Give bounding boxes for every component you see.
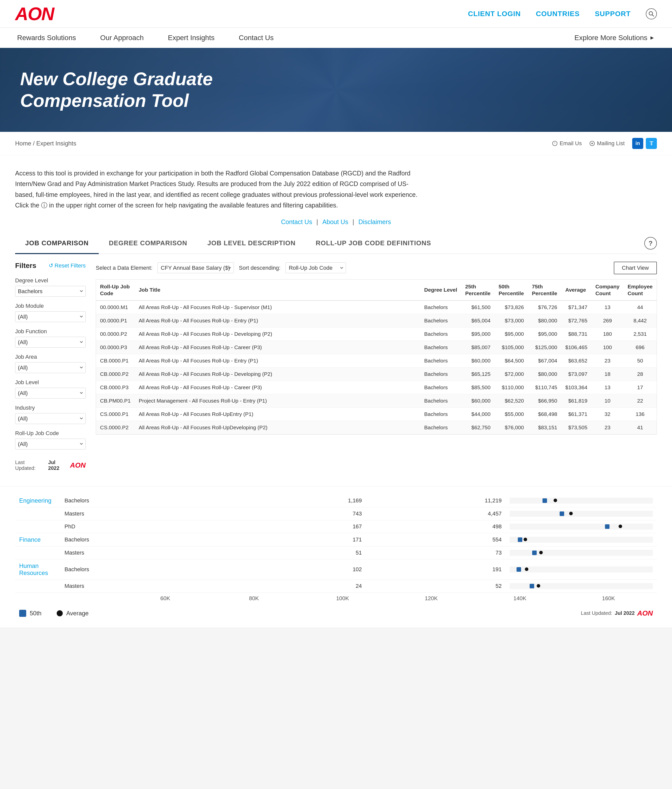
rollup-code-select[interactable]: (All)	[15, 439, 86, 449]
data-table-wrapper: Roll-Up JobCode Job Title Degree Level 2…	[96, 279, 657, 435]
cell-p50: $73,826	[495, 300, 528, 314]
chart-view-button[interactable]: Chart View	[614, 262, 657, 274]
job-name-cell: Human Resources	[15, 559, 61, 580]
chevron-right-icon: ►	[649, 35, 655, 41]
th-rollup-code: Roll-Up JobCode	[96, 280, 135, 301]
mailing-list-action[interactable]: Mailing List	[589, 140, 625, 147]
employees-cell: 73	[366, 546, 506, 559]
breadcrumb-bar: Home / Expert Insights Email Us Mailing …	[0, 132, 672, 155]
about-us-link[interactable]: About Us	[322, 218, 348, 225]
cell-avg: $103,364	[561, 381, 592, 394]
job-link[interactable]: Finance	[19, 536, 41, 543]
bar-50th	[518, 537, 522, 542]
support-link[interactable]: SUPPORT	[595, 10, 631, 18]
cell-p50: $76,000	[495, 421, 528, 434]
top-search-button[interactable]	[646, 8, 657, 19]
cell-degree: Bachelors	[420, 381, 461, 394]
cell-title: All Areas Roll-Up - All Focuses Roll-UpE…	[135, 407, 420, 421]
tab-job-comparison[interactable]: JOB COMPARISON	[15, 233, 99, 254]
top-navigation: CLIENT LOGIN COUNTRIES SUPPORT	[468, 8, 657, 19]
cell-title: All Areas Roll-Up - All Focuses Roll-Up …	[135, 381, 420, 394]
degree-last-updated: Last Updated: Jul 2022 AON	[581, 609, 653, 617]
reset-filters-button[interactable]: ↺ Reset Filters	[49, 262, 86, 269]
nav-expert-insights[interactable]: Expert Insights	[166, 34, 217, 42]
degree-comparison-section: Engineering Bachelors 1,169 11,219 Maste…	[0, 486, 672, 628]
cell-title: All Areas Roll-Up - All Focuses Roll-Up …	[135, 327, 420, 341]
cell-degree: Bachelors	[420, 407, 461, 421]
cell-p75: $67,004	[528, 354, 561, 367]
data-element-select[interactable]: CFY Annual Base Salary ($)	[158, 262, 234, 273]
cell-degree: Bachelors	[420, 314, 461, 327]
email-us-action[interactable]: Email Us	[552, 140, 582, 147]
explore-more-solutions[interactable]: Explore More Solutions ►	[575, 34, 657, 42]
cell-p25: $95,000	[461, 327, 494, 341]
job-area-select[interactable]: (All)	[15, 362, 86, 373]
twitter-icon[interactable]: 𝕋	[646, 138, 657, 149]
countries-link[interactable]: COUNTRIES	[536, 10, 580, 18]
cell-employee: 50	[624, 354, 657, 367]
cell-p50: $73,000	[495, 314, 528, 327]
cell-p75: $125,000	[528, 341, 561, 354]
industry-select[interactable]: (All)	[15, 413, 86, 424]
client-login-link[interactable]: CLIENT LOGIN	[468, 10, 521, 18]
cell-avg: $73,505	[561, 421, 592, 434]
bar-track	[510, 566, 653, 572]
breadcrumb-home[interactable]: Home	[15, 140, 31, 147]
linkedin-icon[interactable]: in	[632, 138, 643, 149]
cell-code: 00.0000.P3	[96, 341, 135, 354]
nav-contact-us[interactable]: Contact Us	[237, 34, 275, 42]
job-function-select[interactable]: (All)	[15, 337, 86, 348]
job-module-select[interactable]: (All)	[15, 311, 86, 322]
cell-avg: $61,371	[561, 407, 592, 421]
tab-job-level-description[interactable]: JOB LEVEL DESCRIPTION	[197, 233, 306, 254]
contact-us-link[interactable]: Contact Us	[281, 218, 312, 225]
aon-logo: AON	[15, 3, 54, 24]
employees-cell: 4,457	[366, 507, 506, 520]
bar-chart-cell	[506, 507, 657, 520]
help-button[interactable]: ?	[644, 237, 657, 249]
cell-employee: 41	[624, 421, 657, 434]
list-item: PhD 167 498	[15, 520, 657, 533]
degree-level-select[interactable]: Bachelors Masters PhD All	[15, 286, 86, 297]
companies-cell: 51	[244, 546, 366, 559]
cell-code: 00.0000.P2	[96, 327, 135, 341]
nav-our-approach[interactable]: Our Approach	[98, 34, 146, 42]
breadcrumb-current: Expert Insights	[36, 140, 76, 147]
job-level-select[interactable]: (All)	[15, 388, 86, 399]
filters-sidebar: Filters ↺ Reset Filters Degree Level Bac…	[15, 262, 86, 471]
cell-code: CB.0000.P3	[96, 381, 135, 394]
cell-code: CS.0000.P2	[96, 421, 135, 434]
tab-rollup-definitions[interactable]: ROLL-UP JOB CODE DEFINITIONS	[306, 233, 441, 254]
degree-type-cell: Bachelors	[61, 494, 244, 508]
svg-line-1	[652, 14, 654, 16]
bar-avg	[525, 567, 529, 571]
cell-code: CB.0000.P1	[96, 354, 135, 367]
cell-p25: $85,007	[461, 341, 494, 354]
cell-title: All Areas Roll-Up - All Focuses Roll-UpD…	[135, 421, 420, 434]
data-area: Select a Data Element: CFY Annual Base S…	[96, 262, 657, 471]
degree-type-cell: Bachelors	[61, 533, 244, 546]
sort-select[interactable]: Roll-Up Job Code	[285, 262, 346, 273]
main-navigation: Rewards Solutions Our Approach Expert In…	[0, 28, 672, 48]
table-row: 00.0000.M1 All Areas Roll-Up - All Focus…	[96, 300, 657, 314]
cell-p25: $44,000	[461, 407, 494, 421]
cell-p25: $61,500	[461, 300, 494, 314]
cell-company: 23	[591, 354, 624, 367]
tab-degree-comparison[interactable]: DEGREE COMPARISON	[99, 233, 197, 254]
companies-cell: 1,169	[244, 494, 366, 508]
companies-cell: 171	[244, 533, 366, 546]
cell-employee: 17	[624, 381, 657, 394]
disclaimers-link[interactable]: Disclaimers	[358, 218, 391, 225]
employees-cell: 52	[366, 580, 506, 593]
data-controls: Select a Data Element: CFY Annual Base S…	[96, 262, 657, 274]
list-item: Masters 51 73	[15, 546, 657, 559]
job-link[interactable]: Engineering	[19, 497, 51, 504]
companies-cell: 167	[244, 520, 366, 533]
filter-industry: Industry (All)	[15, 404, 86, 424]
bar-avg	[537, 584, 540, 588]
data-element-label: Select a Data Element:	[96, 265, 153, 271]
job-link[interactable]: Human Resources	[19, 562, 48, 576]
nav-rewards-solutions[interactable]: Rewards Solutions	[15, 34, 78, 42]
cell-degree: Bachelors	[420, 300, 461, 314]
cell-p25: $85,500	[461, 381, 494, 394]
